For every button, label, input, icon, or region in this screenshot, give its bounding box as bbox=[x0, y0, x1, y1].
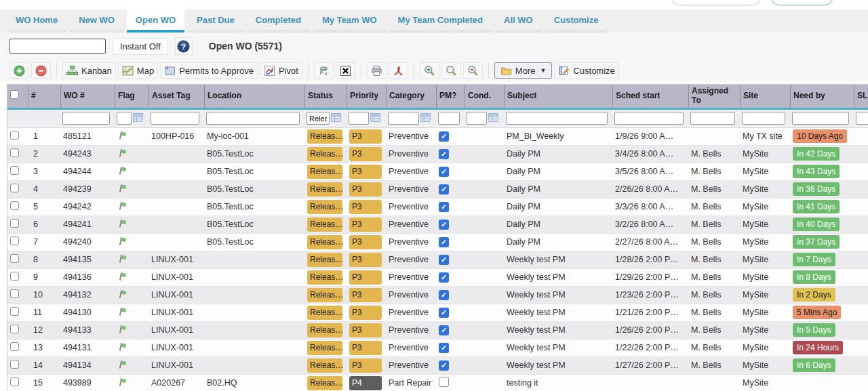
table-row[interactable]: 13494131LINUX-001Releas…P3Preventive✓Wee… bbox=[7, 339, 868, 357]
col-header-need-by[interactable]: Need by bbox=[790, 85, 854, 110]
row-checkbox[interactable] bbox=[10, 377, 19, 386]
filter-subject-input[interactable] bbox=[506, 112, 608, 125]
filter-flag-lookup-icon[interactable] bbox=[133, 112, 143, 125]
print-button[interactable] bbox=[367, 62, 387, 79]
pm-checkbox[interactable]: ✓ bbox=[439, 308, 449, 318]
col-header-cond[interactable]: Cond. bbox=[465, 85, 504, 110]
row-checkbox[interactable] bbox=[10, 236, 19, 245]
pm-checkbox[interactable]: ✓ bbox=[439, 237, 449, 247]
filter-sla-input[interactable] bbox=[856, 112, 868, 125]
col-header-priority[interactable]: Priority bbox=[347, 85, 386, 110]
table-row[interactable]: 4494239B05.TestLocReleas…P3Preventive✓Da… bbox=[7, 181, 868, 199]
tab-completed[interactable]: Completed bbox=[247, 9, 310, 33]
pivot-button[interactable]: Pivot bbox=[260, 62, 302, 79]
more-button[interactable]: More▼ bbox=[494, 62, 553, 79]
col-header-select-all[interactable] bbox=[7, 85, 28, 110]
pm-checkbox[interactable]: ✓ bbox=[439, 255, 449, 265]
row-checkbox[interactable] bbox=[10, 184, 19, 192]
help-icon[interactable]: ? bbox=[175, 37, 193, 55]
row-checkbox[interactable] bbox=[10, 272, 19, 281]
col-header-pm[interactable]: PM? bbox=[436, 85, 465, 110]
table-row[interactable]: 9494136LINUX-001Releas…P3Preventive✓Week… bbox=[7, 269, 868, 287]
pm-checkbox[interactable]: ✓ bbox=[439, 272, 449, 283]
tab-my-team-completed[interactable]: My Team Completed bbox=[389, 9, 492, 33]
zoom-in-button[interactable] bbox=[420, 62, 439, 79]
table-row[interactable]: 5494242B05.TestLocReleas…P3Preventive✓Da… bbox=[7, 199, 868, 216]
col-header-subject[interactable]: Subject bbox=[504, 85, 612, 110]
filter-sched-input[interactable] bbox=[614, 112, 684, 125]
tab-new-wo[interactable]: New WO bbox=[70, 9, 123, 33]
filter-category-lookup-icon[interactable] bbox=[420, 112, 431, 125]
kanban-button[interactable]: Kanban bbox=[62, 62, 116, 79]
instant-off-toggle[interactable]: Instant Off bbox=[113, 38, 168, 55]
pm-checkbox[interactable]: ✓ bbox=[439, 290, 449, 300]
pm-checkbox[interactable]: ✓ bbox=[439, 131, 449, 142]
tab-customize[interactable]: Customize bbox=[545, 9, 608, 33]
top-right-button-1[interactable] bbox=[671, 0, 761, 5]
filter-flag-input[interactable] bbox=[117, 112, 132, 125]
pm-checkbox[interactable]: ✓ bbox=[439, 343, 449, 353]
permits-to-approve-button[interactable]: Permits to Approve bbox=[160, 62, 258, 79]
pm-checkbox[interactable] bbox=[439, 377, 449, 387]
pm-checkbox[interactable]: ✓ bbox=[439, 149, 449, 159]
table-row[interactable]: 10494132LINUX-001Releas…P3Preventive✓Wee… bbox=[7, 287, 868, 304]
pm-checkbox[interactable]: ✓ bbox=[439, 361, 449, 371]
table-row[interactable]: 1485121100HP-016My-loc-001Releas…P3Preve… bbox=[7, 128, 868, 146]
col-header-sla[interactable]: SLA bbox=[854, 85, 868, 110]
filter-assigned-input[interactable] bbox=[690, 112, 735, 125]
pm-checkbox[interactable]: ✓ bbox=[439, 202, 449, 212]
table-row[interactable]: 2494243B05.TestLocReleas…P3Preventive✓Da… bbox=[7, 146, 868, 163]
col-header-asset-tag[interactable]: Asset Tag bbox=[149, 85, 204, 110]
table-row[interactable]: 6494241B05.TestLocReleas…P3Preventive✓Da… bbox=[7, 216, 868, 234]
filter-wo-input[interactable] bbox=[62, 112, 110, 125]
col-header-location[interactable]: Location bbox=[204, 85, 304, 110]
row-checkbox[interactable] bbox=[10, 148, 19, 157]
col-header-assigned-to[interactable]: Assigned To bbox=[688, 85, 740, 110]
export-button[interactable] bbox=[314, 62, 334, 79]
filter-pm-input[interactable] bbox=[438, 112, 460, 125]
filter-location-input[interactable] bbox=[206, 112, 300, 125]
remove-button[interactable] bbox=[31, 62, 51, 79]
row-checkbox[interactable] bbox=[10, 131, 19, 140]
col-header-category[interactable]: Category bbox=[386, 85, 436, 110]
row-checkbox[interactable] bbox=[10, 254, 19, 263]
col-header-status[interactable]: Status bbox=[304, 85, 347, 110]
map-button[interactable]: Map bbox=[118, 62, 158, 79]
filter-status-lookup-icon[interactable] bbox=[331, 112, 341, 125]
row-checkbox[interactable] bbox=[10, 289, 19, 298]
filter-priority-lookup-icon[interactable] bbox=[370, 112, 380, 125]
table-row[interactable]: 11494130LINUX-001Releas…P3Preventive✓Wee… bbox=[7, 304, 868, 322]
zoom-out-button[interactable] bbox=[463, 62, 483, 79]
table-row[interactable]: 14494134LINUX-001Releas…P3Preventive✓Wee… bbox=[7, 357, 868, 375]
tab-wo-home[interactable]: WO Home bbox=[7, 9, 66, 33]
pm-checkbox[interactable]: ✓ bbox=[439, 184, 449, 194]
top-right-button-2[interactable] bbox=[771, 0, 833, 5]
row-checkbox[interactable] bbox=[10, 325, 19, 333]
filter-asset-input[interactable] bbox=[151, 112, 199, 125]
pdf-button[interactable] bbox=[389, 62, 408, 79]
add-button[interactable] bbox=[9, 62, 29, 79]
row-checkbox[interactable] bbox=[10, 360, 19, 369]
customize-button[interactable]: Customize bbox=[554, 62, 618, 79]
col-header-site[interactable]: Site bbox=[740, 85, 790, 110]
table-row[interactable]: 12494133LINUX-001Releas…P3Preventive✓Wee… bbox=[7, 322, 868, 339]
search-input[interactable] bbox=[9, 39, 106, 54]
row-checkbox[interactable] bbox=[10, 342, 19, 351]
tab-past-due[interactable]: Past Due bbox=[188, 9, 243, 33]
table-row[interactable]: 8494135LINUX-001Releas…P3Preventive✓Week… bbox=[7, 251, 868, 269]
table-row[interactable]: 7494240B05.TestLocReleas…P3Preventive✓Da… bbox=[7, 234, 868, 251]
col-header-wo[interactable]: WO # bbox=[60, 85, 115, 110]
row-checkbox[interactable] bbox=[10, 201, 19, 210]
table-row[interactable]: 3494244B05.TestLocReleas…P3Preventive✓Da… bbox=[7, 163, 868, 181]
filter-priority-input[interactable] bbox=[349, 112, 369, 125]
filter-category-input[interactable] bbox=[388, 112, 419, 125]
filter-status-input[interactable] bbox=[307, 112, 330, 125]
tab-open-wo[interactable]: Open WO bbox=[127, 9, 184, 33]
zoom-button[interactable] bbox=[441, 62, 461, 79]
pm-checkbox[interactable]: ✓ bbox=[439, 220, 449, 230]
col-header-[interactable]: # bbox=[28, 85, 60, 110]
table-row[interactable]: 15493989A020267B02.HQReleas…P4Part Repai… bbox=[7, 375, 868, 391]
filter-site-input[interactable] bbox=[742, 112, 785, 125]
select-all-checkbox[interactable] bbox=[10, 90, 19, 99]
row-checkbox[interactable] bbox=[10, 307, 19, 316]
